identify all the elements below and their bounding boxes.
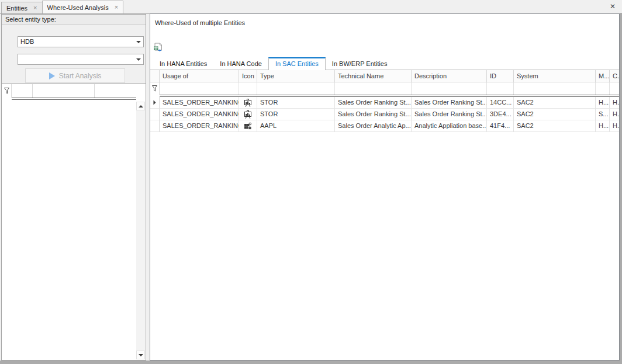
tab-entities-label: Entities bbox=[6, 5, 27, 12]
grid-header-row: Usage of Icon Type Technical Name Descri… bbox=[150, 70, 619, 82]
vertical-scrollbar[interactable] bbox=[136, 102, 145, 359]
filter-funnel-icon bbox=[4, 88, 9, 94]
filter-funnel-icon bbox=[152, 85, 157, 92]
column-header-technical-name[interactable]: Technical Name bbox=[335, 70, 412, 82]
application-window: { "window": { "close_label": "✕" }, "doc… bbox=[0, 0, 622, 364]
filter-cell[interactable] bbox=[412, 82, 487, 95]
entity-combobox[interactable] bbox=[18, 54, 144, 65]
column-header-c[interactable]: C. bbox=[610, 70, 619, 82]
cell-c: H. bbox=[610, 109, 619, 120]
cell-technical-name: Sales Order Analytic Ap... bbox=[335, 120, 412, 132]
column-header-system[interactable]: System bbox=[514, 70, 596, 82]
column-header-description[interactable]: Description bbox=[412, 70, 487, 82]
tab-where-used-analysis-close-icon[interactable]: × bbox=[115, 4, 118, 11]
document-tabstrip: Entities × Where-Used Analysis × bbox=[0, 0, 622, 14]
table-row[interactable]: SALES_ORDER_RANKING STOR Sales Order Ran… bbox=[150, 97, 619, 109]
header-indicator-cell bbox=[150, 70, 160, 82]
cell-technical-name: Sales Order Ranking St... bbox=[335, 109, 412, 120]
cell-type: AAPL bbox=[257, 120, 335, 132]
window-border-right bbox=[620, 13, 622, 364]
cell-type: STOR bbox=[257, 97, 335, 109]
play-icon bbox=[49, 72, 55, 79]
window-border-bottom bbox=[0, 360, 622, 364]
row-indicator-cell bbox=[150, 109, 160, 120]
tab-in-sac-entities[interactable]: In SAC Entities bbox=[268, 57, 326, 70]
cell-usage-of: SALES_ORDER_RANKING bbox=[160, 97, 239, 109]
filter-cell[interactable] bbox=[160, 82, 239, 95]
entity-type-combobox-value: HDB bbox=[20, 37, 34, 47]
filter-row-separator bbox=[12, 98, 136, 100]
story-icon bbox=[244, 99, 252, 107]
column-header-m[interactable]: M... bbox=[596, 70, 610, 82]
start-analysis-label: Start Analysis bbox=[59, 72, 102, 80]
filter-row-indicator bbox=[150, 82, 160, 95]
filter-cell[interactable] bbox=[239, 82, 257, 95]
where-used-panel: Where-Used of multiple Entities In HANA … bbox=[150, 13, 620, 360]
tab-in-hana-code[interactable]: In HANA Code bbox=[213, 58, 268, 70]
cell-id: 14CC... bbox=[487, 97, 514, 109]
cell-id: 3DE4... bbox=[487, 109, 514, 120]
table-row[interactable]: SALES_ORDER_RANKING STOR Sales Order Ran… bbox=[150, 109, 619, 120]
entity-list-grid bbox=[2, 84, 146, 360]
entity-selection-panel: Select entity type: HDB Start Analysis bbox=[1, 14, 146, 360]
entity-type-combobox[interactable]: HDB bbox=[18, 36, 144, 47]
close-icon[interactable]: ✕ bbox=[608, 2, 617, 11]
cell-type: STOR bbox=[257, 109, 335, 120]
filter-cell[interactable] bbox=[12, 84, 33, 98]
result-tabstrip: In HANA Entities In HANA Code In SAC Ent… bbox=[153, 57, 393, 70]
column-header-type[interactable]: Type bbox=[257, 70, 335, 82]
column-header-usage-of[interactable]: Usage of bbox=[160, 70, 239, 82]
cell-description: Sales Order Ranking St... bbox=[412, 109, 487, 120]
filter-row-indicator bbox=[2, 84, 12, 98]
cell-usage-of: SALES_ORDER_RANKING bbox=[160, 109, 239, 120]
analytic-application-icon bbox=[244, 122, 252, 130]
grid-filter-row bbox=[150, 82, 619, 95]
column-header-icon[interactable]: Icon bbox=[239, 70, 257, 82]
export-to-excel-icon bbox=[154, 43, 163, 52]
scroll-up-button[interactable] bbox=[136, 102, 145, 110]
filter-cell[interactable] bbox=[257, 82, 335, 95]
arrow-down-icon bbox=[139, 354, 143, 356]
start-analysis-button[interactable]: Start Analysis bbox=[25, 68, 125, 83]
cell-c: H. bbox=[610, 120, 619, 132]
arrow-up-icon bbox=[139, 105, 143, 108]
filter-cell[interactable] bbox=[95, 84, 146, 98]
cell-system: SAC2 bbox=[514, 109, 596, 120]
export-to-excel-button[interactable] bbox=[153, 42, 164, 53]
scroll-down-button[interactable] bbox=[136, 351, 145, 359]
cell-icon bbox=[239, 97, 257, 109]
tab-in-hana-entities[interactable]: In HANA Entities bbox=[153, 58, 213, 70]
cell-system: SAC2 bbox=[514, 97, 596, 109]
cell-description: Sales Order Ranking St... bbox=[412, 97, 487, 109]
filter-cell[interactable] bbox=[514, 82, 596, 95]
cell-technical-name: Sales Order Ranking St... bbox=[335, 97, 412, 109]
page-title: Where-Used of multiple Entities bbox=[155, 19, 245, 26]
filter-cell[interactable] bbox=[33, 84, 95, 98]
where-used-grid: Usage of Icon Type Technical Name Descri… bbox=[150, 70, 619, 360]
tab-where-used-analysis[interactable]: Where-Used Analysis × bbox=[42, 1, 124, 13]
cell-m: S... bbox=[596, 109, 610, 120]
story-icon bbox=[244, 110, 252, 119]
entity-grid-filter-row bbox=[2, 84, 146, 98]
cell-m: H... bbox=[596, 97, 610, 109]
row-indicator-cell bbox=[150, 120, 160, 132]
filter-cell[interactable] bbox=[487, 82, 514, 95]
tab-where-used-analysis-label: Where-Used Analysis bbox=[47, 4, 109, 11]
filter-cell[interactable] bbox=[596, 82, 610, 95]
tab-in-bw-erp-entities[interactable]: In BW/ERP Entities bbox=[326, 58, 394, 70]
chevron-down-icon[interactable] bbox=[133, 37, 143, 47]
column-header-id[interactable]: ID bbox=[487, 70, 514, 82]
table-row[interactable]: SALES_ORDER_RANKING AAPL Sales Order Ana… bbox=[150, 120, 619, 132]
row-indicator-cell bbox=[150, 97, 160, 109]
cell-icon bbox=[239, 109, 257, 120]
focused-row-arrow-icon bbox=[153, 100, 156, 105]
cell-c: H. bbox=[610, 97, 619, 109]
cell-icon bbox=[239, 120, 257, 132]
filter-cell[interactable] bbox=[610, 82, 619, 95]
cell-m: H... bbox=[596, 120, 610, 132]
tab-entities-close-icon[interactable]: × bbox=[33, 5, 37, 11]
chevron-down-icon[interactable] bbox=[133, 54, 143, 64]
filter-cell[interactable] bbox=[335, 82, 412, 95]
tab-entities[interactable]: Entities × bbox=[1, 2, 43, 13]
panel-caption: Select entity type: bbox=[2, 15, 146, 25]
